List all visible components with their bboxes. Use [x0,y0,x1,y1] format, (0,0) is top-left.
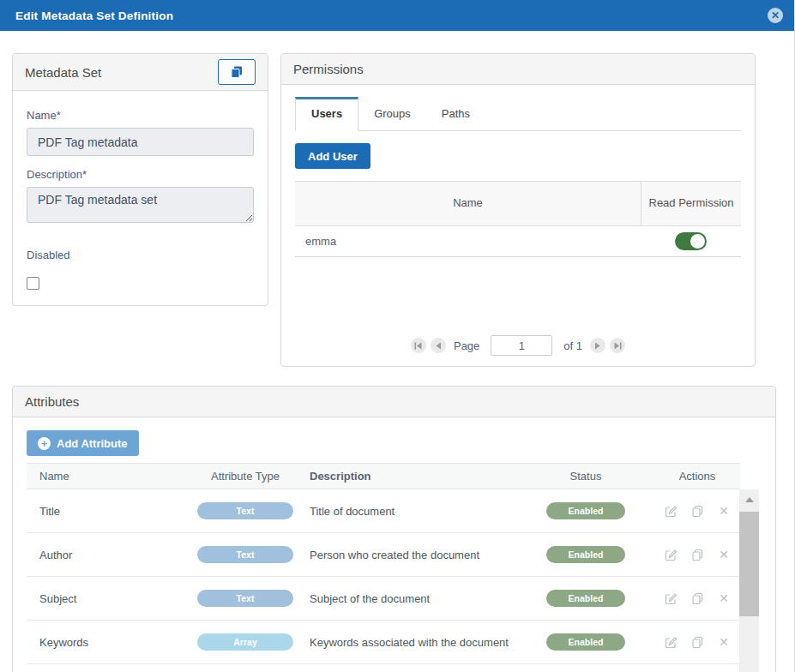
pagination: Page of 1 [281,335,755,356]
name-field[interactable] [27,128,254,156]
description-field[interactable]: PDF Tag metadata set [27,187,254,223]
attribute-type-badge: Text [197,590,293,607]
column-header-read-permission: Read Permission [641,182,741,225]
attribute-row: Keywords Array Keywords associated with … [27,621,740,664]
close-icon[interactable]: ✕ [768,8,783,23]
last-page-button[interactable] [610,338,625,353]
attribute-description: Title of document [310,505,517,518]
add-attribute-button[interactable]: + Add Attribute [27,430,139,456]
attribute-description: Person who created the document [310,549,517,561]
metadata-set-panel-header: Metadata Set [13,54,268,91]
tab-users[interactable]: Users [295,97,358,131]
attribute-type-badge: Text [197,546,293,563]
first-page-button[interactable] [411,338,426,353]
permission-row: emma [295,226,741,257]
attribute-name: Title [27,505,181,518]
column-header-attribute-type: Attribute Type [181,470,310,483]
modal-title-bar: Edit Metadata Set Definition ✕ [0,0,795,31]
status-badge: Enabled [546,633,625,651]
attribute-description: Keywords associated with the document [310,636,517,649]
column-header-name: Name [295,182,641,225]
attributes-panel: Attributes + Add Attribute Name Attribut… [12,386,776,672]
edit-icon[interactable] [664,504,678,518]
status-badge: Enabled [546,590,625,607]
copy-icon[interactable] [690,504,704,518]
column-header-description: Description [310,470,517,483]
scrollbar-up-arrow-icon[interactable] [745,497,754,502]
add-user-button[interactable]: Add User [295,143,370,169]
permissions-table: Name Read Permission emma [295,181,741,257]
status-badge: Enabled [546,502,625,519]
previous-page-button[interactable] [431,338,446,353]
clone-metadata-set-button[interactable] [218,59,256,85]
attribute-name: Subject [27,592,181,605]
page-label: Page [454,339,479,352]
read-permission-toggle[interactable] [675,232,707,250]
permissions-panel-header: Permissions [281,54,755,85]
attribute-description: Subject of the document [310,592,517,605]
add-attribute-label: Add Attribute [57,437,128,450]
metadata-set-panel-title: Metadata Set [25,65,101,80]
attribute-row: Author Text Person who created the docum… [27,533,740,577]
attribute-name: Keywords [27,636,181,649]
attribute-row: Subject Text Subject of the document Ena… [27,577,740,621]
tab-groups[interactable]: Groups [358,98,426,130]
edit-metadata-set-modal: Edit Metadata Set Definition ✕ Metadata … [0,0,795,672]
edit-icon[interactable] [664,548,678,561]
attributes-scrollbar[interactable] [739,489,759,672]
page-number-input[interactable] [491,335,552,356]
attributes-panel-title: Attributes [25,394,79,409]
plus-icon: + [38,437,51,450]
delete-icon[interactable]: ✕ [717,548,731,561]
delete-icon[interactable]: ✕ [717,591,731,605]
disabled-label: Disabled [27,249,254,261]
column-header-actions: Actions [654,470,740,483]
attribute-type-badge: Text [197,502,293,519]
delete-icon[interactable]: ✕ [717,504,731,518]
copy-icon [230,65,244,79]
next-page-button[interactable] [590,338,605,353]
attributes-panel-header: Attributes [13,387,775,417]
toggle-knob [690,234,705,249]
attribute-row: Title Text Title of document Enabled [27,489,740,533]
delete-icon[interactable]: ✕ [717,635,731,649]
permissions-table-header: Name Read Permission [295,182,741,226]
column-header-name: Name [27,470,181,483]
metadata-set-form: Name* Description* PDF Tag metadata set … [13,109,268,290]
attribute-type-badge: Array [197,633,293,651]
user-name: emma [295,235,641,248]
attributes-table-header: Name Attribute Type Description Status A… [27,463,740,489]
metadata-set-panel: Metadata Set Name* Description* PDF Tag … [12,53,268,306]
scrollbar-thumb[interactable] [739,512,759,616]
copy-icon[interactable] [690,635,704,649]
page-of-label: of 1 [563,339,582,352]
attributes-table: Name Attribute Type Description Status A… [27,463,740,664]
name-label: Name* [27,109,254,122]
attribute-name: Author [27,549,181,561]
edit-icon[interactable] [664,635,678,649]
tab-paths[interactable]: Paths [426,98,485,130]
column-header-status: Status [517,470,654,483]
status-badge: Enabled [546,546,625,563]
modal-title: Edit Metadata Set Definition [15,9,173,22]
description-label: Description* [27,168,254,181]
permissions-tabs: Users Groups Paths [295,97,741,131]
permissions-panel-title: Permissions [293,62,364,76]
disabled-checkbox[interactable] [27,277,39,290]
permissions-panel: Permissions Users Groups Paths Add User … [280,53,756,367]
copy-icon[interactable] [690,548,704,561]
copy-icon[interactable] [690,591,704,605]
edit-icon[interactable] [664,591,678,605]
